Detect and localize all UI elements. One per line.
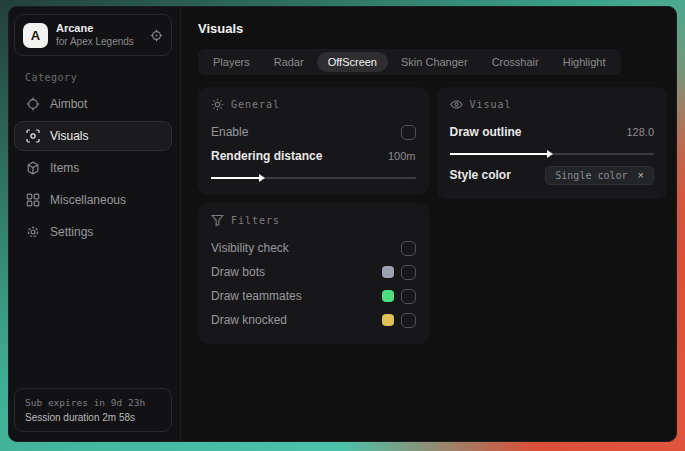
draw-bots-controls [382,265,416,280]
draw-knocked-controls [382,313,416,328]
tab-offscreen[interactable]: OffScreen [317,52,388,72]
sidebar-item-miscellaneous[interactable]: Miscellaneous [14,185,172,215]
app-window: A Arcane for Apex Legends Category Aimbo… [8,6,677,442]
close-icon[interactable]: × [638,170,644,181]
sub-expires-text: Sub expires in 9d 23h [25,397,161,408]
rendering-distance-label: Rendering distance [211,149,322,163]
filters-panel: Filters Visibility check Draw bots [198,203,429,344]
general-panel: General Enable Rendering distance 100m [198,87,429,195]
slider-fill [450,153,548,155]
visual-panel-header: Visual [450,98,655,111]
rendering-distance-value: 100m [388,150,416,162]
draw-bots-label: Draw bots [211,265,265,279]
draw-knocked-row: Draw knocked [211,309,416,331]
visual-panel: Visual Draw outline 128.0 Style color Si… [437,87,668,199]
tab-radar[interactable]: Radar [263,52,315,72]
slider-fill [211,177,260,179]
draw-teammates-label: Draw teammates [211,289,302,303]
tab-players[interactable]: Players [202,52,261,72]
style-color-value: Single color [555,170,627,181]
main-content: Visuals Players Radar OffScreen Skin Cha… [181,7,676,441]
left-column: General Enable Rendering distance 100m [198,87,429,344]
sidebar-spacer [9,247,180,388]
sidebar-item-label: Visuals [50,129,88,143]
draw-knocked-label: Draw knocked [211,313,287,327]
draw-bots-color-swatch[interactable] [382,266,394,278]
sidebar-item-label: Settings [50,225,93,239]
sidebar-item-label: Aimbot [50,97,87,111]
target-icon[interactable] [150,29,163,42]
draw-outline-slider[interactable] [450,150,655,158]
scan-eye-icon [26,129,40,143]
general-panel-header: General [211,98,416,111]
rendering-distance-row: Rendering distance 100m [211,145,416,167]
cube-icon [26,161,40,175]
sidebar-item-label: Items [50,161,79,175]
right-column: Visual Draw outline 128.0 Style color Si… [437,87,668,199]
sidebar-item-items[interactable]: Items [14,153,172,183]
subscription-card: Sub expires in 9d 23h Session duration 2… [14,388,172,432]
draw-teammates-color-swatch[interactable] [382,290,394,302]
crosshair-icon [26,97,40,111]
visibility-check-row: Visibility check [211,237,416,259]
style-color-label: Style color [450,168,511,182]
gear-icon [26,225,40,239]
tab-bar: Players Radar OffScreen Skin Changer Cro… [198,49,621,75]
sidebar-item-aimbot[interactable]: Aimbot [14,89,172,119]
style-color-select[interactable]: Single color × [545,166,654,185]
session-duration-text: Session duration 2m 58s [25,412,161,423]
tab-highlight[interactable]: Highlight [552,52,617,72]
draw-knocked-checkbox[interactable] [401,313,416,328]
brand-card: A Arcane for Apex Legends [14,14,172,56]
draw-outline-value: 128.0 [626,126,654,138]
draw-outline-label: Draw outline [450,125,522,139]
eye-icon [450,98,463,111]
draw-teammates-row: Draw teammates [211,285,416,307]
style-color-row: Style color Single color × [450,164,655,186]
rendering-distance-slider[interactable] [211,174,416,182]
app-title: Arcane [56,22,142,36]
page-title: Visuals [198,21,667,36]
sidebar-item-settings[interactable]: Settings [14,217,172,247]
tab-crosshair[interactable]: Crosshair [481,52,550,72]
panels-grid: General Enable Rendering distance 100m [198,87,667,344]
enable-row: Enable [211,121,416,143]
enable-checkbox[interactable] [401,125,416,140]
visual-panel-title: Visual [470,99,512,110]
grid-icon [26,193,40,207]
draw-outline-row: Draw outline 128.0 [450,121,655,143]
visibility-check-label: Visibility check [211,241,289,255]
general-panel-title: General [231,99,280,110]
tab-skin-changer[interactable]: Skin Changer [390,52,479,72]
sun-icon [211,98,224,111]
brand-text: Arcane for Apex Legends [56,22,142,48]
draw-bots-checkbox[interactable] [401,265,416,280]
draw-bots-row: Draw bots [211,261,416,283]
filters-panel-title: Filters [231,215,280,226]
sidebar-item-visuals[interactable]: Visuals [14,121,172,151]
enable-label: Enable [211,125,248,139]
funnel-icon [211,214,224,227]
sidebar: A Arcane for Apex Legends Category Aimbo… [9,7,181,441]
sidebar-nav: Aimbot Visuals Items Misc [9,89,180,247]
filters-panel-header: Filters [211,214,416,227]
app-logo: A [23,23,48,48]
draw-teammates-controls [382,289,416,304]
draw-teammates-checkbox[interactable] [401,289,416,304]
draw-knocked-color-swatch[interactable] [382,314,394,326]
app-subtitle: for Apex Legends [56,36,142,49]
visibility-check-checkbox[interactable] [401,241,416,256]
sidebar-item-label: Miscellaneous [50,193,126,207]
category-label: Category [25,72,180,83]
